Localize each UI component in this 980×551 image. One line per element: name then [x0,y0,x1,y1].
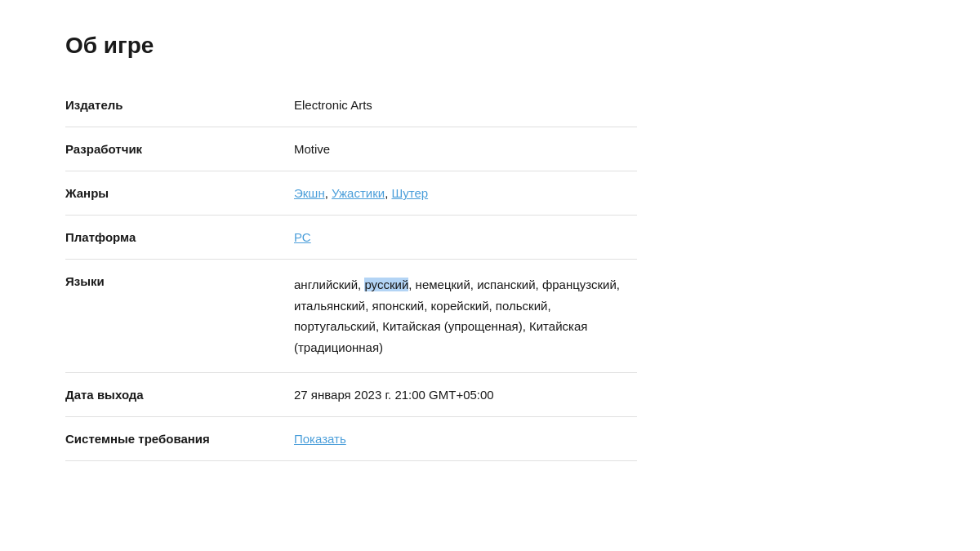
table-row: Дата выхода27 января 2023 г. 21:00 GMT+0… [65,373,637,417]
highlighted-language: русский [364,278,408,291]
row-label: Разработчик [65,127,294,171]
row-value: Экшн, Ужастики, Шутер [294,171,637,216]
row-value: 27 января 2023 г. 21:00 GMT+05:00 [294,373,637,417]
main-container: Об игре ИздательElectronic ArtsРазработч… [0,0,702,494]
table-row: ЖанрыЭкшн, Ужастики, Шутер [65,171,637,216]
table-row: Языкианглийский, русский, немецкий, испа… [65,260,637,373]
row-value: Motive [294,127,637,171]
genre-link[interactable]: Шутер [391,186,428,200]
table-row: РазработчикMotive [65,127,637,171]
row-label: Дата выхода [65,373,294,417]
table-row: ИздательElectronic Arts [65,83,637,127]
page-title: Об игре [65,33,637,59]
table-row: ПлатформаРС [65,216,637,260]
genre-link[interactable]: РС [294,230,311,244]
row-label: Системные требования [65,417,294,461]
row-label: Языки [65,260,294,373]
row-value: Показать [294,417,637,461]
row-value: Electronic Arts [294,83,637,127]
row-label: Издатель [65,83,294,127]
genre-link[interactable]: Ужастики [332,186,385,200]
row-label: Жанры [65,171,294,216]
row-label: Платформа [65,216,294,260]
row-value: английский, русский, немецкий, испанский… [294,260,637,373]
info-table: ИздательElectronic ArtsРазработчикMotive… [65,83,637,461]
system-req-link[interactable]: Показать [294,432,346,446]
genre-link[interactable]: Экшн [294,186,325,200]
row-value: РС [294,216,637,260]
table-row: Системные требованияПоказать [65,417,637,461]
